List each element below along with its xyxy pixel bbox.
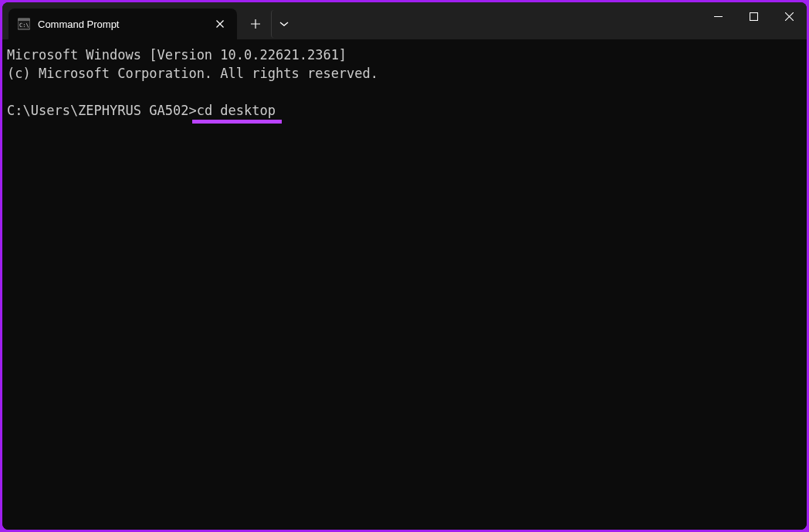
- new-tab-button[interactable]: [242, 10, 269, 38]
- window-controls: [700, 2, 807, 33]
- svg-rect-8: [750, 12, 757, 20]
- terminal-window: C:\ Command Prompt: [2, 2, 807, 530]
- tab-dropdown-button[interactable]: [271, 10, 296, 38]
- close-button[interactable]: [771, 2, 807, 30]
- command-highlight: [192, 120, 282, 124]
- minimize-button[interactable]: [700, 2, 736, 30]
- titlebar-actions: [239, 8, 296, 39]
- cmd-icon: C:\: [18, 18, 30, 30]
- svg-rect-1: [18, 19, 30, 21]
- prompt-line: C:\Users\ZEPHYRUS GA502>cd desktop: [7, 101, 276, 120]
- tab-title: Command Prompt: [38, 19, 212, 30]
- prompt-path: C:\Users\ZEPHYRUS GA502>: [7, 103, 197, 118]
- typed-command: cd desktop: [197, 103, 276, 118]
- svg-text:C:\: C:\: [19, 22, 29, 29]
- terminal-line-2: (c) Microsoft Corporation. All rights re…: [7, 66, 378, 81]
- terminal-line-1: Microsoft Windows [Version 10.0.22621.23…: [7, 47, 347, 63]
- maximize-button[interactable]: [736, 2, 771, 30]
- tab-active[interactable]: C:\ Command Prompt: [8, 8, 237, 39]
- titlebar: C:\ Command Prompt: [2, 2, 807, 39]
- terminal-output[interactable]: Microsoft Windows [Version 10.0.22621.23…: [2, 39, 807, 530]
- tab-close-button[interactable]: [212, 16, 228, 32]
